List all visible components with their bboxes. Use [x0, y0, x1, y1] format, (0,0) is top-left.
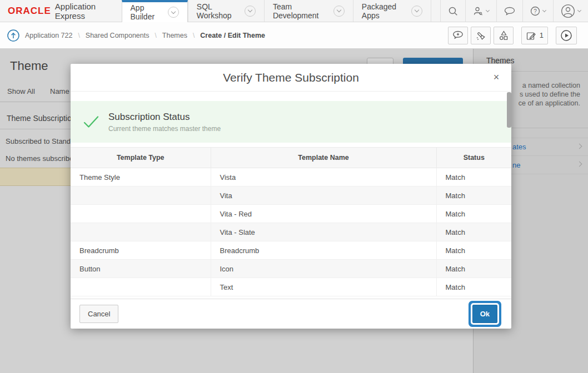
- top-navigation-bar: ORACLE Application Express App Builder S…: [0, 0, 588, 22]
- page-toolbar: 1: [448, 27, 577, 44]
- shared-components-button[interactable]: [494, 27, 514, 44]
- template-type-cell: [71, 223, 211, 241]
- breadcrumb-current-page: Create / Edit Theme: [200, 32, 265, 39]
- chat-bubble-icon: [504, 7, 515, 16]
- flashlight-icon: [475, 30, 486, 41]
- dialog-header: Verify Theme Subscription ×: [71, 64, 511, 92]
- chevron-down-icon: [577, 8, 581, 12]
- nav-divider: [431, 0, 440, 22]
- tab-sql-workshop[interactable]: SQL Workshop: [188, 0, 264, 22]
- status-cell: Match: [436, 223, 511, 241]
- chevron-down-icon: [542, 8, 546, 12]
- edit-page-number: 1: [540, 31, 544, 39]
- breadcrumb: Application 722 \ Shared Components \ Th…: [25, 32, 265, 39]
- status-text-block: Subscription Status Current theme matche…: [108, 112, 221, 133]
- chevron-down-circle-icon[interactable]: [333, 6, 345, 17]
- chevron-down-circle-icon[interactable]: [245, 6, 256, 17]
- table-row: VitaMatch: [71, 186, 511, 205]
- tab-team-development[interactable]: Team Development: [264, 0, 353, 22]
- product-name: Application Express: [55, 2, 112, 21]
- administration-menu-button[interactable]: [465, 0, 496, 22]
- tab-label: Packaged Apps: [362, 2, 406, 20]
- verify-theme-subscription-dialog: Verify Theme Subscription × Subscription…: [71, 64, 511, 329]
- chevron-down-circle-icon[interactable]: [411, 6, 422, 17]
- status-cell: Match: [436, 278, 511, 296]
- column-header-status: Status: [436, 148, 511, 168]
- breadcrumb-bar: Application 722 \ Shared Components \ Th…: [0, 22, 588, 49]
- status-cell: Match: [436, 205, 511, 223]
- cancel-button[interactable]: Cancel: [79, 305, 118, 323]
- avatar-icon: [561, 4, 575, 18]
- feedback-button[interactable]: [496, 0, 522, 22]
- tab-app-builder[interactable]: App Builder: [122, 0, 188, 22]
- oracle-logo: ORACLE Application Express: [0, 0, 122, 22]
- edit-page-button[interactable]: 1: [521, 27, 548, 44]
- user-account-menu-button[interactable]: [553, 0, 588, 22]
- template-type-cell: Button: [71, 260, 211, 278]
- table-row: ButtonIconMatch: [71, 260, 511, 278]
- status-cell: Match: [436, 260, 511, 278]
- close-icon[interactable]: ×: [489, 70, 504, 84]
- breadcrumb-link-application[interactable]: Application 722: [25, 32, 72, 39]
- ok-button[interactable]: Ok: [472, 305, 497, 323]
- status-subtext: Current theme matches master theme: [108, 125, 221, 133]
- run-page-button[interactable]: [556, 27, 577, 44]
- table-header-row: Template Type Template Name Status: [71, 148, 511, 168]
- table-row: Theme StyleVistaMatch: [71, 168, 511, 186]
- play-icon: [560, 29, 572, 42]
- svg-text:?: ?: [534, 8, 537, 14]
- template-name-cell: Vista: [211, 168, 436, 186]
- breadcrumb-separator: \: [193, 32, 195, 39]
- dialog-title: Verify Theme Subscription: [71, 64, 511, 92]
- screen: ORACLE Application Express App Builder S…: [0, 0, 588, 373]
- template-name-cell: Vita - Red: [211, 205, 436, 223]
- utilities-button[interactable]: [471, 27, 491, 44]
- breadcrumb-separator: \: [78, 32, 79, 39]
- tab-label: SQL Workshop: [197, 2, 240, 20]
- dialog-body: Subscription Status Current theme matche…: [71, 92, 511, 299]
- help-menu-button[interactable]: ?: [522, 0, 553, 22]
- table-row: BreadcrumbBreadcrumbMatch: [71, 241, 511, 260]
- shapes-icon: [498, 30, 509, 41]
- edit-page-icon: [526, 30, 537, 41]
- template-type-cell: Breadcrumb: [71, 241, 211, 260]
- table-row: TextMatch: [71, 278, 511, 296]
- status-cell: Match: [436, 168, 511, 186]
- add-comment-button[interactable]: [448, 27, 468, 44]
- template-table-body: Theme StyleVistaMatchVitaMatchVita - Red…: [71, 168, 511, 296]
- template-name-cell: Text: [211, 278, 436, 296]
- breadcrumb-link-shared-components[interactable]: Shared Components: [86, 32, 150, 39]
- search-button[interactable]: [440, 0, 465, 22]
- admin-user-icon: [473, 6, 484, 16]
- oracle-brand: ORACLE: [8, 6, 51, 17]
- dialog-footer: Cancel Ok: [71, 299, 511, 329]
- success-banner: Subscription Status Current theme matche…: [71, 101, 511, 143]
- template-type-cell: [71, 278, 211, 296]
- search-icon: [448, 6, 458, 16]
- template-name-cell: Vita: [211, 186, 436, 205]
- status-heading: Subscription Status: [108, 112, 221, 123]
- page-background: Theme Show All Name Theme Subscriptio Su…: [0, 49, 588, 373]
- template-name-cell: Breadcrumb: [211, 241, 436, 260]
- breadcrumb-separator: \: [155, 32, 156, 39]
- breadcrumb-link-themes[interactable]: Themes: [162, 32, 187, 39]
- template-type-cell: [71, 186, 211, 205]
- template-type-cell: [71, 205, 211, 223]
- table-row: Vita - RedMatch: [71, 205, 511, 223]
- checkmark-icon: [83, 115, 99, 129]
- status-cell: Match: [436, 186, 511, 205]
- template-verification-table: Template Type Template Name Status Theme…: [71, 147, 511, 296]
- column-header-template-type: Template Type: [71, 148, 211, 168]
- comment-plus-icon: [452, 31, 464, 40]
- template-type-cell: Theme Style: [71, 168, 211, 186]
- tab-packaged-apps[interactable]: Packaged Apps: [353, 0, 431, 22]
- up-level-icon[interactable]: [7, 29, 20, 42]
- help-icon: ?: [530, 6, 540, 16]
- table-row: Vita - SlateMatch: [71, 223, 511, 241]
- column-header-template-name: Template Name: [211, 148, 436, 168]
- status-cell: Match: [436, 241, 511, 260]
- chevron-down-circle-icon[interactable]: [168, 7, 179, 18]
- template-name-cell: Icon: [211, 260, 436, 278]
- template-name-cell: Vita - Slate: [211, 223, 436, 241]
- modal-scrollbar-thumb[interactable]: [507, 92, 511, 128]
